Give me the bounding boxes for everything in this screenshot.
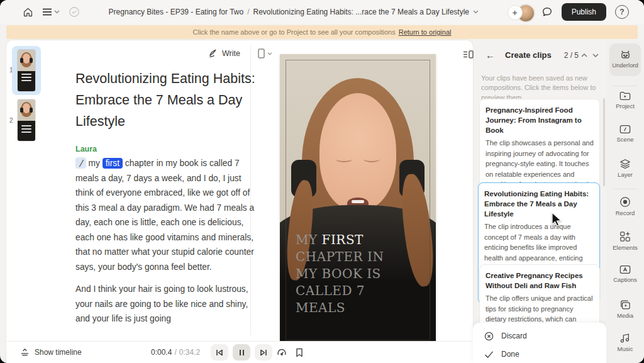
transcript-text[interactable]: chapter in my book is called 7 meals a d… xyxy=(75,159,254,272)
previous-clip-button[interactable] xyxy=(579,53,590,57)
check-icon xyxy=(484,350,494,359)
captions-icon xyxy=(619,265,631,274)
rail-item-project[interactable]: Project xyxy=(606,91,644,109)
time-separator: / xyxy=(174,348,176,357)
player-extra-controls xyxy=(277,348,303,357)
speaker-label[interactable]: Laura xyxy=(75,145,258,154)
divider xyxy=(613,189,638,189)
pause-icon xyxy=(239,349,245,356)
clips-header: ← Create clips 2 / 5 xyxy=(473,49,606,61)
clips-counter: 2 / 5 xyxy=(564,51,579,60)
total-time: 0:34.2 xyxy=(179,348,200,357)
return-to-original-link[interactable]: Return to original xyxy=(399,28,452,36)
main-menu-button[interactable] xyxy=(42,8,60,16)
thumb-caption-line xyxy=(21,131,31,133)
rail-item-captions[interactable]: Captions xyxy=(606,265,644,283)
rail-label: Underlord xyxy=(612,62,638,69)
rail-item-record[interactable]: Record xyxy=(606,196,644,216)
tool-rail: Underlord Project Scene Layer xyxy=(606,40,644,363)
clips-scrollbar[interactable] xyxy=(603,98,605,186)
playback-speed-button[interactable] xyxy=(277,348,287,357)
rail-label: Captions xyxy=(613,276,637,283)
breadcrumb-composition[interactable]: Revolutionizing Eating Habits: ...race t… xyxy=(253,8,470,16)
notification-message: Click the name above or go to Project to… xyxy=(193,28,396,36)
next-clip-button[interactable] xyxy=(590,53,601,57)
rail-item-layer[interactable]: Layer xyxy=(606,159,644,178)
thumb-caption-line xyxy=(21,80,31,81)
editor-panel: 1 2 Write xyxy=(6,40,473,363)
rail-label: Media xyxy=(617,312,633,319)
portrait-frame-icon xyxy=(258,48,265,59)
skip-forward-icon xyxy=(260,349,267,356)
rail-item-media[interactable]: Media xyxy=(606,299,644,319)
breadcrumb-project[interactable]: Pregnancy Bites - EP39 - Eating for Two xyxy=(109,8,244,16)
create-clips-panel: ← Create clips 2 / 5 Your clips have bee… xyxy=(473,40,606,363)
composition-title[interactable]: Revolutionizing Eating Habits: Embrace t… xyxy=(75,68,258,132)
scene-slash-icon xyxy=(619,125,631,134)
slide-thumbnail-2[interactable] xyxy=(18,99,35,141)
rail-label: Layer xyxy=(618,171,633,178)
thumb-headphone-left xyxy=(20,58,23,63)
discard-label: Discard xyxy=(501,332,527,340)
collaborators: + xyxy=(508,4,533,20)
aspect-ratio-button[interactable] xyxy=(254,48,276,59)
clip-title: Creative Pregnancy Recipes Without Deli … xyxy=(486,271,594,291)
rail-label: Scene xyxy=(617,136,634,143)
burned-in-caption[interactable]: MY FIRST CHAPTER IN MY BOOK IS CALLED 7 … xyxy=(296,232,409,316)
back-button[interactable]: ← xyxy=(482,49,499,61)
slide-number: 2 xyxy=(9,117,13,124)
music-notes-icon xyxy=(619,333,631,343)
divider xyxy=(613,86,638,86)
rail-label: Project xyxy=(616,103,635,109)
add-collaborator-button[interactable]: + xyxy=(508,5,523,20)
transcript-word[interactable]: my xyxy=(89,159,100,168)
publish-button[interactable]: Publish xyxy=(562,3,606,21)
time-display: 0:00.4 / 0:34.2 xyxy=(151,348,200,357)
comments-button[interactable] xyxy=(541,6,553,18)
rail-label: Music xyxy=(618,345,633,352)
discard-circle-x-icon xyxy=(484,332,494,341)
selected-word[interactable]: first xyxy=(103,158,123,169)
bookmark-button[interactable] xyxy=(296,348,303,357)
write-button[interactable]: Write xyxy=(204,48,244,59)
player-bar: Show timeline 0:00.4 / 0:34.2 xyxy=(6,341,473,363)
skip-to-end-button[interactable] xyxy=(255,344,272,360)
playback-controls xyxy=(211,344,272,360)
clip-title: Pregnancy-Inspired Food Journey: From In… xyxy=(486,105,594,135)
chat-bubble-icon xyxy=(541,6,553,18)
clips-footer: Discard Done xyxy=(473,323,606,363)
rail-item-underlord[interactable]: Underlord xyxy=(606,48,644,69)
underlord-robot-icon xyxy=(619,48,631,60)
transcript-paragraph-1[interactable]: / my first chapter in my book is called … xyxy=(75,156,258,274)
skip-to-start-button[interactable] xyxy=(211,344,228,360)
script-editor[interactable]: Revolutionizing Eating Habits: Embrace t… xyxy=(75,68,258,334)
pause-button[interactable] xyxy=(233,344,250,360)
chevron-down-icon[interactable] xyxy=(473,10,479,14)
skip-back-icon xyxy=(216,349,223,356)
done-button[interactable]: Done xyxy=(484,347,606,362)
rail-item-music[interactable]: Music xyxy=(606,333,644,352)
quill-icon xyxy=(208,48,218,59)
rail-item-elements[interactable]: Elements xyxy=(606,231,644,251)
elements-grid-icon xyxy=(619,231,631,242)
transcript-paragraph-2[interactable]: And I think your hair is going to look l… xyxy=(75,282,258,327)
slide-thumbnail-1[interactable] xyxy=(18,50,35,91)
chevron-up-icon xyxy=(581,53,587,57)
project-folder-icon xyxy=(619,91,631,101)
chevron-down-icon xyxy=(592,53,599,57)
video-preview[interactable]: MY FIRST CHAPTER IN MY BOOK IS CALLED 7 … xyxy=(280,54,436,346)
show-timeline-button[interactable]: Show timeline xyxy=(16,347,86,357)
caption-word: MY xyxy=(296,232,318,247)
discard-button[interactable]: Discard xyxy=(484,328,606,343)
home-button[interactable] xyxy=(23,7,33,18)
breadcrumb: Pregnancy Bites - EP39 - Eating for Two … xyxy=(80,8,508,16)
rail-item-scene[interactable]: Scene xyxy=(606,125,644,143)
thumb-headphone-left xyxy=(20,108,23,113)
scene-break-token[interactable]: / xyxy=(75,157,86,169)
transcript[interactable]: / my first chapter in my book is called … xyxy=(75,156,258,327)
help-button[interactable]: ? xyxy=(615,5,629,19)
top-bar-right: + Publish ? xyxy=(508,3,644,21)
clip-title: Revolutionizing Eating Habits: Embrace t… xyxy=(484,189,594,219)
media-stack-icon xyxy=(619,299,631,310)
record-icon xyxy=(619,196,631,208)
